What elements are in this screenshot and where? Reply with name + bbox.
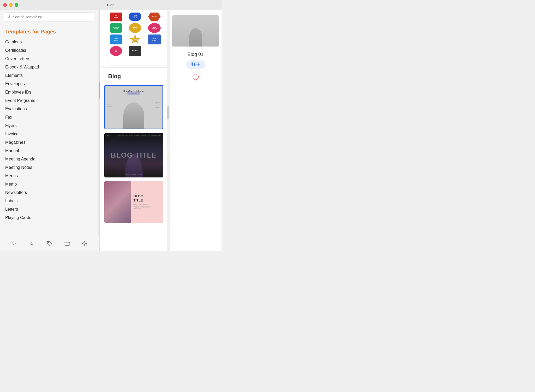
sidebar-item-manual[interactable]: Manual xyxy=(0,147,98,155)
blog3-sub-text: TAG LINE COMMODOO SITADIPISCING xyxy=(133,206,161,210)
main-content: BIGSALE JOINNOW OFFER SPECIALOFFER 50% N… xyxy=(100,10,167,251)
panel-favorite-button[interactable] xyxy=(192,74,199,83)
window-title: Blog xyxy=(107,3,114,7)
sidebar-section-title: Templates for Pages xyxy=(0,27,98,38)
sticker-template-card[interactable]: BIGSALE JOINNOW OFFER SPECIALOFFER 50% N… xyxy=(108,13,167,65)
sidebar-item-meeting-notes[interactable]: Meeting Notes xyxy=(0,163,98,172)
sidebar-item-elements[interactable]: Elements xyxy=(0,71,98,80)
minimize-button[interactable] xyxy=(9,3,13,7)
main-scrollbar[interactable] xyxy=(167,10,169,251)
badge-special-offer: SPECIALOFFER xyxy=(110,23,122,33)
sidebar-item-memo[interactable]: Memo xyxy=(0,180,98,188)
star-icon[interactable]: ☆ xyxy=(28,240,36,247)
badge-new-product: NEWProduct xyxy=(148,23,161,33)
svg-point-6 xyxy=(84,243,85,244)
maximize-button[interactable] xyxy=(15,3,18,7)
badge-50-percent: 50% xyxy=(129,23,141,33)
svg-point-2 xyxy=(48,242,49,243)
sidebar-item-labels[interactable]: Labels xyxy=(0,197,98,205)
heart-icon[interactable]: ♡ xyxy=(10,240,18,247)
badge-buy-now-2: BUYNOW xyxy=(148,34,161,44)
sidebar-item-ebook[interactable]: E-book & Wattpad xyxy=(0,63,98,71)
sidebar-item-certificates[interactable]: Certificates xyxy=(0,46,98,55)
titlebar: Blog xyxy=(0,0,222,10)
previous-section-partial: BIGSALE JOINNOW OFFER SPECIALOFFER 50% N… xyxy=(100,13,167,65)
badge-offer: OFFER xyxy=(148,13,161,21)
sidebar-item-envelopes[interactable]: Envelopes xyxy=(0,80,98,88)
badge-buy-now: BUYNOW xyxy=(110,34,122,44)
search-container xyxy=(0,10,98,24)
templates-list: BLOG TITLE — — — — — ───────────────────… xyxy=(100,82,167,226)
sidebar-content: Templates for Pages Catalogs Certificate… xyxy=(0,24,98,251)
sidebar-item-employee-ids[interactable]: Employee IDs xyxy=(0,88,98,96)
badge-big-sale: BIGSALE xyxy=(110,13,122,21)
blog1-title-text: BLOG TITLE xyxy=(123,89,144,92)
blog2-title-text: BLOG TITLE xyxy=(111,151,157,159)
traffic-lights xyxy=(3,3,18,7)
sidebar-item-catalogs[interactable]: Catalogs xyxy=(0,38,98,46)
blog-template-2[interactable]: BLOG NORTH COLUMN SOUTH COLUMN EAST COLU… xyxy=(104,133,163,177)
main-scroll-thumb xyxy=(167,106,169,119)
right-panel: Blog 01 打开 xyxy=(169,10,222,251)
blog-template-3[interactable]: BLOGTITLE WWW.YOURSITE.COM TAG LINE COMM… xyxy=(104,181,163,223)
close-button[interactable] xyxy=(3,3,7,7)
blog3-url-text: WWW.YOURSITE.COM xyxy=(133,204,161,205)
sidebar-item-playing-cards[interactable]: Playing Cards xyxy=(0,214,98,222)
bottom-toolbar: ♡ ☆ xyxy=(0,236,99,251)
blog2-nav: BLOG NORTH COLUMN SOUTH COLUMN EAST COLU… xyxy=(104,135,163,137)
blog2-url: WWW.WEBSITE.COM xyxy=(126,174,142,175)
sidebar-item-cover-letters[interactable]: Cover Letters xyxy=(0,55,98,63)
blog1-person-silhouette xyxy=(123,102,144,129)
search-input[interactable] xyxy=(13,15,92,19)
blog-section-header: Blog xyxy=(100,67,167,82)
badge-try-now: TRYnow xyxy=(110,46,122,56)
badge-join-now: JOINNOW xyxy=(129,13,141,21)
sidebar-item-letters[interactable]: Letters xyxy=(0,205,98,214)
blog3-title-text: BLOGTITLE xyxy=(133,194,161,202)
sidebar-item-newsletters[interactable]: Newsletters xyxy=(0,188,98,197)
blog1-side-text: TAG LINELOREM─────LOREM xyxy=(155,102,160,108)
tag-icon[interactable] xyxy=(45,240,53,247)
panel-preview-image xyxy=(172,15,219,47)
sidebar-item-meeting-agenda[interactable]: Meeting Agenda xyxy=(0,155,98,163)
blog3-text-area: BLOGTITLE WWW.YOURSITE.COM TAG LINE COMM… xyxy=(131,181,163,223)
search-icon xyxy=(7,14,11,20)
open-template-button[interactable]: 打开 xyxy=(186,60,205,69)
badge-50-star: 50% xyxy=(129,34,141,44)
sidebar-item-invoices[interactable]: Invoices xyxy=(0,130,98,138)
sidebar-item-event-programs[interactable]: Event Programs xyxy=(0,96,98,105)
search-bar[interactable] xyxy=(4,13,95,21)
sidebar-item-evaluations[interactable]: Evaluations xyxy=(0,105,98,113)
blog3-person-photo xyxy=(104,181,131,223)
app-container: Templates for Pages Catalogs Certificate… xyxy=(0,10,222,251)
sidebar-item-flyers[interactable]: Flyers xyxy=(0,122,98,130)
sidebar: Templates for Pages Catalogs Certificate… xyxy=(0,10,99,251)
badge-for-free: for FREE xyxy=(129,46,141,56)
archive-icon[interactable] xyxy=(63,240,71,247)
sidebar-item-fax[interactable]: Fax xyxy=(0,113,98,122)
svg-line-1 xyxy=(9,17,10,18)
panel-template-name: Blog 01 xyxy=(188,52,203,57)
blog1-left-text: ─────────────────────────── xyxy=(107,101,112,109)
blog-template-1[interactable]: BLOG TITLE — — — — — ───────────────────… xyxy=(104,85,163,129)
settings-icon[interactable] xyxy=(81,240,89,247)
sidebar-item-menus[interactable]: Menus xyxy=(0,172,98,180)
sidebar-item-magazines[interactable]: Magazines xyxy=(0,138,98,147)
